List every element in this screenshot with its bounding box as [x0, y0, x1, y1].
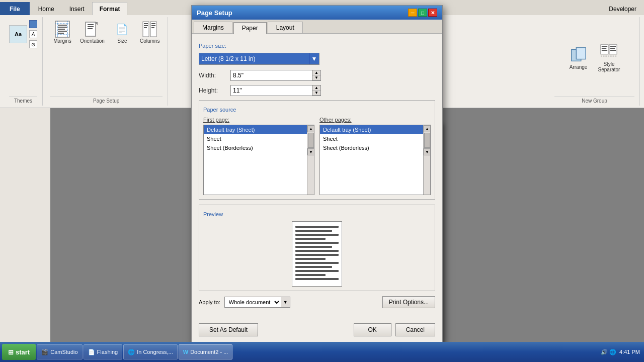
tab-file[interactable]: File: [0, 2, 30, 15]
preview-section: Preview: [199, 205, 435, 291]
taskbar-camstudio[interactable]: 🎬 CamStudio: [37, 344, 82, 359]
theme-effect-icon: ⊙: [29, 40, 37, 48]
flashing-icon: 📄: [88, 349, 95, 355]
print-options-button[interactable]: Print Options...: [382, 296, 435, 308]
svg-rect-25: [601, 45, 608, 54]
other-scrollbar-thumb: [424, 133, 430, 148]
margins-icon: [53, 20, 71, 38]
other-page-item-0[interactable]: Default tray (Sheet): [320, 125, 430, 134]
dialog-body: Paper size: Letter (8 1/2 x 11 in) ▼ Wid…: [192, 33, 442, 321]
left-panel: [0, 108, 50, 342]
taskbar: ⊞ start 🎬 CamStudio 📄 Flashing 🌐 In Cong…: [0, 342, 644, 362]
first-page-label: First page:: [203, 117, 314, 123]
tab-layout[interactable]: Layout: [268, 22, 303, 33]
tab-format[interactable]: Format: [92, 2, 128, 15]
width-input-group: ▲ ▼: [230, 70, 321, 81]
maximize-button[interactable]: □: [418, 9, 427, 17]
preview-box: [292, 221, 342, 287]
minimize-button[interactable]: ─: [408, 9, 417, 17]
size-icon: 📄: [113, 20, 131, 38]
scroll-up-button[interactable]: ▲: [307, 125, 314, 132]
style-separator-label: Style Separator: [598, 61, 620, 72]
tab-insert[interactable]: Insert: [62, 2, 92, 15]
other-pages-list[interactable]: Default tray (Sheet) Sheet Sheet (Border…: [319, 125, 431, 195]
arrange-button[interactable]: Arrange: [566, 45, 591, 71]
width-row: Width: ▲ ▼: [199, 70, 435, 81]
height-row: Height: ▲ ▼: [199, 85, 435, 96]
bottom-controls: Apply to: Whole document This section Se…: [199, 296, 435, 308]
height-spinner: ▲ ▼: [312, 85, 320, 96]
height-down-button[interactable]: ▼: [312, 90, 320, 96]
svg-rect-8: [58, 31, 67, 32]
paper-size-label: Paper size:: [199, 43, 435, 49]
first-page-scrollbar[interactable]: ▲ ▼: [307, 125, 314, 195]
page-setup-dialog: Page Setup ─ □ ✕ Margins Paper Layout Pa…: [191, 5, 443, 344]
close-button[interactable]: ✕: [428, 9, 437, 17]
start-button[interactable]: ⊞ start: [2, 344, 36, 360]
first-page-item-0[interactable]: Default tray (Sheet): [204, 125, 314, 134]
new-group-label: New Group: [554, 97, 634, 104]
taskbar-flashing[interactable]: 📄 Flashing: [84, 344, 123, 359]
paper-size-select[interactable]: Letter (8 1/2 x 11 in) ▼: [199, 53, 319, 65]
other-page-item-1[interactable]: Sheet: [320, 134, 430, 143]
other-scroll-down-button[interactable]: ▼: [424, 148, 431, 155]
width-spinner: ▲ ▼: [312, 70, 320, 80]
width-input[interactable]: [231, 71, 312, 80]
svg-rect-21: [151, 25, 155, 26]
svg-rect-22: [151, 27, 154, 28]
preview-line-8: [295, 254, 339, 256]
style-separator-button[interactable]: Style Separator: [595, 42, 623, 73]
paper-size-arrow[interactable]: ▼: [309, 53, 319, 64]
arrange-label: Arrange: [570, 64, 588, 70]
preview-line-3: [295, 234, 339, 236]
themes-group-label: Themes: [9, 97, 37, 104]
margins-button[interactable]: Margins: [50, 19, 75, 45]
orientation-button[interactable]: Orientation: [77, 19, 108, 45]
other-pages-scrollbar[interactable]: ▲ ▼: [423, 125, 430, 195]
first-page-item-1[interactable]: Sheet: [204, 134, 314, 143]
dialog-title: Page Setup: [197, 9, 232, 17]
svg-rect-13: [88, 28, 93, 29]
camstudio-icon: 🎬: [41, 349, 48, 355]
scroll-down-button[interactable]: ▼: [307, 148, 314, 155]
width-label: Width:: [199, 72, 226, 79]
svg-rect-18: [144, 27, 147, 28]
preview-line-14: [295, 278, 339, 280]
taskbar-word[interactable]: W Document2 - ...: [179, 344, 233, 359]
svg-rect-24: [576, 47, 586, 59]
first-page-list[interactable]: Default tray (Sheet) Sheet Sheet (Border…: [203, 125, 314, 195]
svg-rect-12: [88, 26, 94, 27]
height-input[interactable]: [231, 86, 312, 95]
size-button[interactable]: 📄 Size: [110, 19, 135, 45]
theme-aa-icon[interactable]: Aa: [9, 25, 27, 43]
preview-line-1: [295, 226, 339, 228]
tab-paper[interactable]: Paper: [233, 22, 267, 34]
height-up-button[interactable]: ▲: [312, 85, 320, 90]
cancel-button[interactable]: Cancel: [395, 323, 435, 336]
first-page-item-2[interactable]: Sheet (Borderless): [204, 143, 314, 152]
columns-button[interactable]: Columns: [137, 19, 163, 45]
width-down-button[interactable]: ▼: [312, 75, 320, 80]
paper-source-section: Paper source First page: Default tray (S…: [199, 100, 435, 200]
svg-rect-17: [144, 25, 148, 26]
preview-label: Preview: [203, 211, 431, 217]
other-scrollbar-track: [424, 133, 430, 148]
tab-developer[interactable]: Developer: [601, 2, 644, 15]
apply-to-select[interactable]: Whole document This section Selected tex…: [224, 297, 290, 308]
other-scroll-up-button[interactable]: ▲: [424, 125, 431, 132]
other-pages-label: Other pages:: [319, 117, 431, 123]
svg-rect-29: [609, 45, 617, 54]
preview-line-5: [295, 242, 339, 244]
taskbar-browser[interactable]: 🌐 In Congress,...: [123, 344, 178, 359]
ok-button[interactable]: OK: [354, 323, 391, 336]
height-input-group: ▲ ▼: [230, 85, 321, 96]
other-page-item-2[interactable]: Sheet (Borderless): [320, 143, 430, 152]
apply-to-dropdown[interactable]: Whole document This section Selected tex…: [225, 298, 281, 307]
word-icon: W: [183, 349, 188, 355]
tab-home[interactable]: Home: [31, 2, 62, 15]
set-as-default-button[interactable]: Set As Default: [199, 323, 258, 336]
columns-label: Columns: [140, 38, 159, 44]
tab-margins[interactable]: Margins: [194, 22, 232, 33]
width-up-button[interactable]: ▲: [312, 70, 320, 75]
svg-rect-5: [58, 25, 67, 26]
